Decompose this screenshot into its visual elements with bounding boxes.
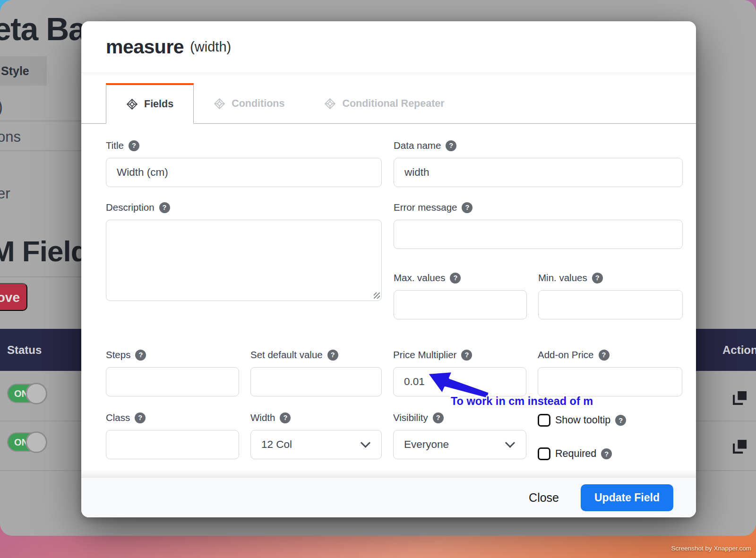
tab-label: Conditions	[232, 98, 284, 110]
list-item: ons	[0, 129, 21, 146]
help-icon[interactable]: ?	[129, 140, 139, 151]
tab-label: Conditional Repeater	[342, 98, 444, 110]
error-message-input[interactable]	[394, 220, 683, 249]
set-default-value-input[interactable]	[250, 367, 382, 396]
toggle-knob	[26, 431, 47, 453]
required-row: Required ?	[538, 447, 682, 460]
tab-fields[interactable]: Fields	[106, 83, 194, 124]
status-column-header: Status	[0, 329, 81, 371]
duplicate-icon[interactable]	[733, 439, 747, 454]
data-name-input[interactable]	[394, 158, 683, 187]
modal-body: Title ? Data name ? Description ?	[81, 124, 696, 460]
field-edit-modal: measure (width) Fields Conditions Condit…	[81, 21, 696, 517]
addon-price-label: Add-on Price ?	[538, 349, 682, 361]
show-tooltip-label: Show tooltip	[555, 414, 610, 426]
error-message-label: Error message ?	[394, 201, 683, 214]
visibility-select[interactable]: Everyone	[393, 430, 526, 459]
description-textarea[interactable]	[106, 220, 382, 301]
help-icon[interactable]: ?	[135, 412, 146, 423]
row-divider	[0, 421, 81, 421]
action-column-header: Action	[687, 329, 756, 371]
price-multiplier-label: Price Multiplier ?	[393, 349, 526, 361]
help-icon[interactable]: ?	[615, 415, 626, 426]
help-icon[interactable]: ?	[446, 140, 456, 151]
chevron-down-icon	[361, 438, 370, 447]
divider	[0, 276, 81, 277]
divider	[0, 120, 81, 121]
show-tooltip-checkbox[interactable]	[538, 414, 550, 427]
min-values-input[interactable]	[538, 290, 683, 319]
steps-label: Steps ?	[106, 349, 239, 361]
tab-label: Fields	[144, 98, 173, 110]
modal-header: measure (width)	[81, 21, 696, 73]
max-values-label: Max. values ?	[394, 272, 527, 284]
remove-button[interactable]: ove	[0, 283, 27, 311]
help-icon[interactable]: ?	[280, 412, 291, 423]
tab-conditions[interactable]: Conditions	[194, 83, 304, 124]
modal-tabs: Fields Conditions Conditional Repeater	[81, 73, 696, 124]
row-divider	[687, 470, 756, 471]
box-icon	[324, 98, 336, 110]
title-input[interactable]	[106, 158, 382, 187]
help-icon[interactable]: ?	[159, 202, 170, 213]
addon-price-input[interactable]	[538, 367, 682, 396]
help-icon[interactable]: ?	[450, 273, 461, 283]
description-label: Description ?	[106, 201, 382, 214]
width-select-value: 12 Col	[261, 438, 292, 451]
min-values-label: Min. values ?	[538, 272, 683, 284]
show-tooltip-row: Show tooltip ?	[538, 414, 682, 427]
help-icon[interactable]: ?	[601, 448, 612, 459]
width-select[interactable]: 12 Col	[250, 430, 382, 459]
annotation-text: To work in cm instead of m	[451, 395, 607, 408]
help-icon[interactable]: ?	[327, 350, 338, 361]
max-values-input[interactable]	[394, 290, 527, 319]
scroll-shadow	[81, 470, 696, 477]
title-label: Title ?	[106, 139, 382, 152]
status-toggle[interactable]: ON	[7, 384, 47, 403]
row-divider	[0, 470, 81, 471]
visibility-select-value: Everyone	[404, 438, 449, 451]
data-name-label: Data name ?	[394, 139, 683, 152]
modal-title: measure	[106, 36, 184, 58]
class-label: Class ?	[106, 412, 239, 424]
visibility-label: Visibility ?	[393, 412, 526, 424]
update-field-button[interactable]: Update Field	[581, 484, 673, 511]
help-icon[interactable]: ?	[433, 412, 444, 423]
help-icon[interactable]: ?	[135, 350, 146, 361]
set-default-value-label: Set default value ?	[250, 349, 382, 361]
row-divider	[687, 421, 756, 421]
steps-input[interactable]	[106, 367, 239, 396]
tab-conditional-repeater[interactable]: Conditional Repeater	[304, 83, 464, 124]
toggle-knob	[26, 383, 47, 404]
duplicate-icon[interactable]	[733, 390, 747, 405]
required-label: Required	[555, 448, 596, 460]
help-icon[interactable]: ?	[592, 273, 603, 283]
help-icon[interactable]: ?	[599, 350, 610, 361]
status-toggle[interactable]: ON	[7, 432, 47, 452]
required-checkbox[interactable]	[538, 447, 550, 460]
close-button[interactable]: Close	[529, 491, 559, 505]
list-item: )	[0, 97, 3, 117]
watermark: Screenshot by Xnapper.com	[671, 545, 751, 552]
width-label: Width ?	[250, 412, 382, 424]
resize-grip-icon[interactable]	[374, 292, 380, 299]
list-item: er	[0, 185, 10, 202]
price-multiplier-input[interactable]	[393, 367, 526, 396]
class-input[interactable]	[106, 430, 239, 459]
modal-footer: Close Update Field	[81, 477, 696, 517]
help-icon[interactable]: ?	[461, 350, 472, 361]
help-icon[interactable]: ?	[462, 202, 472, 213]
divider	[0, 150, 81, 151]
modal-title-suffix: (width)	[190, 39, 231, 55]
tab-style[interactable]: Style	[0, 56, 47, 86]
chevron-down-icon	[505, 438, 515, 447]
box-icon	[126, 98, 138, 110]
box-icon	[214, 98, 225, 110]
